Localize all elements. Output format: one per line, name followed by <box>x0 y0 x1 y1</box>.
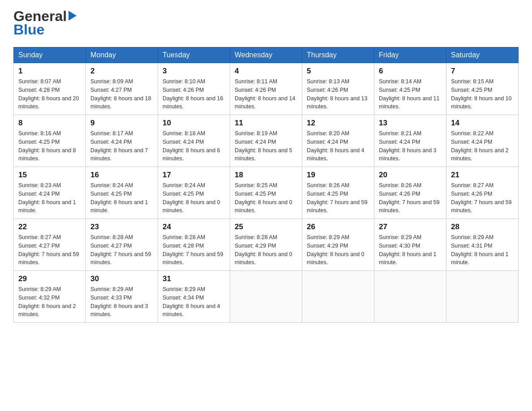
calendar-cell: 24 Sunrise: 8:28 AM Sunset: 4:28 PM Dayl… <box>158 219 230 271</box>
day-info: Sunrise: 8:29 AM Sunset: 4:34 PM Dayligh… <box>163 285 225 319</box>
week-row-5: 29 Sunrise: 8:29 AM Sunset: 4:32 PM Dayl… <box>14 271 519 323</box>
logo-blue: Blue <box>13 21 44 38</box>
day-info: Sunrise: 8:28 AM Sunset: 4:29 PM Dayligh… <box>235 233 297 267</box>
day-number: 3 <box>163 67 225 76</box>
day-number: 19 <box>307 171 369 180</box>
day-info: Sunrise: 8:28 AM Sunset: 4:28 PM Dayligh… <box>163 233 225 267</box>
day-info: Sunrise: 8:29 AM Sunset: 4:31 PM Dayligh… <box>451 233 514 267</box>
calendar-cell: 30 Sunrise: 8:29 AM Sunset: 4:33 PM Dayl… <box>86 271 158 323</box>
day-info: Sunrise: 8:24 AM Sunset: 4:25 PM Dayligh… <box>90 181 153 215</box>
day-number: 18 <box>235 171 297 180</box>
day-info: Sunrise: 8:27 AM Sunset: 4:26 PM Dayligh… <box>451 181 514 215</box>
day-number: 20 <box>379 171 442 180</box>
calendar-cell: 29 Sunrise: 8:29 AM Sunset: 4:32 PM Dayl… <box>14 271 86 323</box>
day-info: Sunrise: 8:14 AM Sunset: 4:25 PM Dayligh… <box>379 77 442 111</box>
day-info: Sunrise: 8:29 AM Sunset: 4:29 PM Dayligh… <box>307 233 369 267</box>
day-number: 28 <box>451 223 514 231</box>
calendar-cell: 12 Sunrise: 8:20 AM Sunset: 4:24 PM Dayl… <box>302 115 374 167</box>
calendar-cell: 23 Sunrise: 8:28 AM Sunset: 4:27 PM Dayl… <box>86 219 158 271</box>
calendar-cell: 28 Sunrise: 8:29 AM Sunset: 4:31 PM Dayl… <box>446 219 519 271</box>
calendar-cell <box>374 271 446 323</box>
calendar-table: SundayMondayTuesdayWednesdayThursdayFrid… <box>13 47 519 323</box>
day-number: 21 <box>451 171 514 180</box>
day-info: Sunrise: 8:19 AM Sunset: 4:24 PM Dayligh… <box>235 129 297 163</box>
day-number: 15 <box>18 171 81 180</box>
header-sunday: Sunday <box>14 47 86 63</box>
day-number: 31 <box>163 274 225 283</box>
calendar-cell: 6 Sunrise: 8:14 AM Sunset: 4:25 PM Dayli… <box>374 63 446 115</box>
calendar-cell: 9 Sunrise: 8:17 AM Sunset: 4:24 PM Dayli… <box>86 115 158 167</box>
calendar-cell: 2 Sunrise: 8:09 AM Sunset: 4:27 PM Dayli… <box>86 63 158 115</box>
day-number: 16 <box>90 171 153 180</box>
day-number: 8 <box>18 119 81 128</box>
calendar-cell: 22 Sunrise: 8:27 AM Sunset: 4:27 PM Dayl… <box>14 219 86 271</box>
calendar-cell: 8 Sunrise: 8:16 AM Sunset: 4:25 PM Dayli… <box>14 115 86 167</box>
day-number: 9 <box>90 119 153 128</box>
logo: General Blue <box>13 9 77 38</box>
calendar-cell: 25 Sunrise: 8:28 AM Sunset: 4:29 PM Dayl… <box>230 219 302 271</box>
header-wednesday: Wednesday <box>230 47 302 63</box>
day-number: 13 <box>379 119 442 128</box>
week-row-2: 8 Sunrise: 8:16 AM Sunset: 4:25 PM Dayli… <box>14 115 519 167</box>
day-info: Sunrise: 8:18 AM Sunset: 4:24 PM Dayligh… <box>163 129 225 163</box>
day-info: Sunrise: 8:21 AM Sunset: 4:24 PM Dayligh… <box>379 129 442 163</box>
day-number: 23 <box>90 223 153 231</box>
header-tuesday: Tuesday <box>158 47 230 63</box>
calendar-cell: 21 Sunrise: 8:27 AM Sunset: 4:26 PM Dayl… <box>446 167 519 219</box>
week-row-3: 15 Sunrise: 8:23 AM Sunset: 4:24 PM Dayl… <box>14 167 519 219</box>
day-info: Sunrise: 8:22 AM Sunset: 4:24 PM Dayligh… <box>451 129 514 163</box>
calendar-cell: 10 Sunrise: 8:18 AM Sunset: 4:24 PM Dayl… <box>158 115 230 167</box>
day-number: 1 <box>18 67 81 76</box>
day-number: 25 <box>235 223 297 231</box>
day-number: 7 <box>451 67 514 76</box>
day-info: Sunrise: 8:23 AM Sunset: 4:24 PM Dayligh… <box>18 181 81 215</box>
header-friday: Friday <box>374 47 446 63</box>
calendar-cell: 31 Sunrise: 8:29 AM Sunset: 4:34 PM Dayl… <box>158 271 230 323</box>
day-info: Sunrise: 8:16 AM Sunset: 4:25 PM Dayligh… <box>18 129 81 163</box>
day-number: 11 <box>235 119 297 128</box>
day-info: Sunrise: 8:10 AM Sunset: 4:26 PM Dayligh… <box>163 77 225 111</box>
day-info: Sunrise: 8:27 AM Sunset: 4:27 PM Dayligh… <box>18 233 81 267</box>
calendar-cell: 5 Sunrise: 8:13 AM Sunset: 4:26 PM Dayli… <box>302 63 374 115</box>
day-number: 29 <box>18 274 81 283</box>
day-number: 26 <box>307 223 369 231</box>
day-number: 6 <box>379 67 442 76</box>
day-info: Sunrise: 8:17 AM Sunset: 4:24 PM Dayligh… <box>90 129 153 163</box>
week-row-4: 22 Sunrise: 8:27 AM Sunset: 4:27 PM Dayl… <box>14 219 519 271</box>
day-number: 4 <box>235 67 297 76</box>
calendar-cell: 7 Sunrise: 8:15 AM Sunset: 4:25 PM Dayli… <box>446 63 519 115</box>
day-info: Sunrise: 8:28 AM Sunset: 4:27 PM Dayligh… <box>90 233 153 267</box>
calendar-cell <box>302 271 374 323</box>
logo-arrow-icon <box>69 11 77 21</box>
day-number: 2 <box>90 67 153 76</box>
calendar-cell: 16 Sunrise: 8:24 AM Sunset: 4:25 PM Dayl… <box>86 167 158 219</box>
calendar-cell: 27 Sunrise: 8:29 AM Sunset: 4:30 PM Dayl… <box>374 219 446 271</box>
page-header: General Blue <box>13 9 519 38</box>
day-info: Sunrise: 8:29 AM Sunset: 4:30 PM Dayligh… <box>379 233 442 267</box>
day-info: Sunrise: 8:26 AM Sunset: 4:25 PM Dayligh… <box>307 181 369 215</box>
day-info: Sunrise: 8:24 AM Sunset: 4:25 PM Dayligh… <box>163 181 225 215</box>
calendar-header-row: SundayMondayTuesdayWednesdayThursdayFrid… <box>14 47 519 63</box>
day-number: 17 <box>163 171 225 180</box>
day-info: Sunrise: 8:15 AM Sunset: 4:25 PM Dayligh… <box>451 77 514 111</box>
calendar-cell: 11 Sunrise: 8:19 AM Sunset: 4:24 PM Dayl… <box>230 115 302 167</box>
calendar-cell: 4 Sunrise: 8:11 AM Sunset: 4:26 PM Dayli… <box>230 63 302 115</box>
header-saturday: Saturday <box>446 47 519 63</box>
calendar-cell: 14 Sunrise: 8:22 AM Sunset: 4:24 PM Dayl… <box>446 115 519 167</box>
day-info: Sunrise: 8:25 AM Sunset: 4:25 PM Dayligh… <box>235 181 297 215</box>
calendar-cell: 18 Sunrise: 8:25 AM Sunset: 4:25 PM Dayl… <box>230 167 302 219</box>
calendar-cell: 20 Sunrise: 8:26 AM Sunset: 4:26 PM Dayl… <box>374 167 446 219</box>
calendar-cell: 3 Sunrise: 8:10 AM Sunset: 4:26 PM Dayli… <box>158 63 230 115</box>
header-monday: Monday <box>86 47 158 63</box>
header-thursday: Thursday <box>302 47 374 63</box>
day-number: 12 <box>307 119 369 128</box>
day-number: 5 <box>307 67 369 76</box>
day-number: 22 <box>18 223 81 231</box>
day-info: Sunrise: 8:29 AM Sunset: 4:32 PM Dayligh… <box>18 285 81 319</box>
day-info: Sunrise: 8:09 AM Sunset: 4:27 PM Dayligh… <box>90 77 153 111</box>
day-number: 10 <box>163 119 225 128</box>
day-info: Sunrise: 8:13 AM Sunset: 4:26 PM Dayligh… <box>307 77 369 111</box>
calendar-cell: 26 Sunrise: 8:29 AM Sunset: 4:29 PM Dayl… <box>302 219 374 271</box>
calendar-cell <box>446 271 519 323</box>
day-number: 30 <box>90 274 153 283</box>
